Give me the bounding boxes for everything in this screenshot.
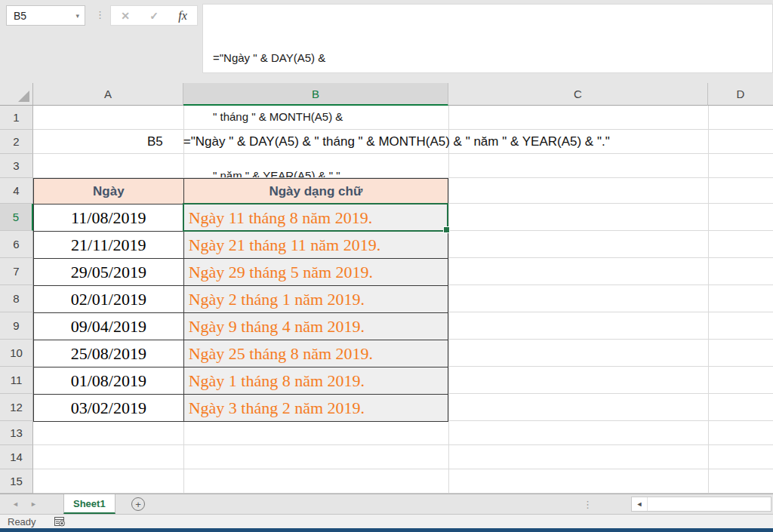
table-row: 01/08/2019 Ngày 1 tháng 8 năm 2019. [34, 367, 448, 395]
formula-buttons: ✕ ✓ fx [110, 5, 198, 26]
formula-input[interactable]: ="Ngày " & DAY(A5) & " tháng " & MONTH(A… [202, 4, 773, 73]
row-header-7[interactable]: 7 [0, 258, 33, 285]
add-sheet-button[interactable]: + [131, 497, 145, 511]
cell-a10[interactable]: 25/08/2019 [34, 340, 184, 367]
row-header-3[interactable]: 3 [0, 154, 33, 178]
table-row: 21/11/2019 Ngày 21 tháng 11 năm 2019. [34, 232, 448, 259]
status-bar: Ready [0, 514, 773, 528]
formula-line: ="Ngày " & DAY(A5) & [213, 48, 772, 68]
cell-b8[interactable]: Ngày 2 tháng 1 năm 2019. [184, 286, 448, 313]
table-row: 25/08/2019 Ngày 25 tháng 8 năm 2019. [34, 340, 448, 367]
status-text: Ready [8, 516, 36, 527]
window-bottom-edge [0, 528, 773, 532]
row-header-1[interactable]: 1 [0, 106, 33, 130]
table-row: 03/02/2019 Ngày 3 tháng 2 năm 2019. [34, 395, 448, 422]
sheet-nav-right-icon[interactable]: ► [30, 500, 37, 508]
formula-bar-divider-dots-icon: ⋮ [95, 10, 105, 20]
cell-b7[interactable]: Ngày 29 tháng 5 năm 2019. [184, 259, 448, 286]
horizontal-scrollbar[interactable]: ◄ [631, 497, 771, 512]
row-header-10[interactable]: 10 [0, 340, 33, 367]
cell-b11[interactable]: Ngày 1 tháng 8 năm 2019. [184, 367, 448, 395]
enter-icon[interactable]: ✓ [149, 10, 159, 22]
table-header-ngay-dang-chu[interactable]: Ngày dạng chữ [184, 179, 448, 204]
formula-line: " tháng " & MONTH(A5) & [213, 107, 772, 127]
chevron-down-icon[interactable]: ▾ [75, 12, 85, 20]
row-header-13[interactable]: 13 [0, 421, 33, 445]
cell-b9[interactable]: Ngày 9 tháng 4 năm 2019. [184, 313, 448, 340]
cell-a5[interactable]: 11/08/2019 [34, 204, 184, 232]
row-header-4[interactable]: 4 [0, 178, 33, 204]
formula-bar-chrome: B5 ▾ ⋮ ✕ ✓ fx ="Ngày " & DAY(A5) & " thá… [0, 0, 773, 83]
tabbar-divider-dots-icon: ⋮ [583, 500, 593, 509]
cell-a11[interactable]: 01/08/2019 [34, 367, 184, 395]
insert-function-icon[interactable]: fx [178, 9, 187, 23]
row-header-9[interactable]: 9 [0, 312, 33, 340]
cancel-icon[interactable]: ✕ [121, 10, 130, 22]
sheet-tab-bar: ◄ ► Sheet1 + ⋮ ◄ [0, 494, 773, 514]
table-header-row: Ngày Ngày dạng chữ [34, 179, 448, 204]
cell-a12[interactable]: 03/02/2019 [34, 395, 184, 422]
row-header-2[interactable]: 2 [0, 130, 33, 154]
cell-b5[interactable]: Ngày 11 tháng 8 năm 2019. [184, 204, 448, 232]
row-header-6[interactable]: 6 [0, 231, 33, 258]
cell-a6[interactable]: 21/11/2019 [34, 232, 184, 259]
name-box[interactable]: B5 ▾ [6, 5, 85, 26]
date-table: Ngày Ngày dạng chữ 11/08/2019 Ngày 11 th… [33, 178, 448, 422]
select-all-corner[interactable] [0, 83, 33, 106]
cell-b6[interactable]: Ngày 21 tháng 11 năm 2019. [184, 232, 448, 259]
table-row: 09/04/2019 Ngày 9 tháng 4 năm 2019. [34, 313, 448, 340]
cell-b12[interactable]: Ngày 3 tháng 2 năm 2019. [184, 395, 448, 422]
column-header-b[interactable]: B [183, 83, 448, 106]
formula-note-text: ="Ngày " & DAY(A5) & " tháng " & MONTH(A… [183, 134, 610, 149]
row-header-15[interactable]: 15 [0, 469, 33, 494]
table-header-ngay[interactable]: Ngày [34, 179, 184, 204]
scroll-left-icon[interactable]: ◄ [632, 497, 648, 511]
scrollbar-track[interactable] [648, 497, 771, 511]
name-box-value: B5 [7, 10, 75, 22]
table-row: 11/08/2019 Ngày 11 tháng 8 năm 2019. [34, 204, 448, 232]
column-header-c[interactable]: C [448, 83, 708, 106]
formula-note-cell-ref: B5 [147, 134, 163, 149]
cell-a7[interactable]: 29/05/2019 [34, 259, 184, 286]
row-header-14[interactable]: 14 [0, 445, 33, 469]
column-header-a[interactable]: A [33, 83, 183, 106]
cell-a8[interactable]: 02/01/2019 [34, 286, 184, 313]
row-headers: 1 2 3 4 5 6 7 8 9 10 11 12 13 14 15 [0, 106, 33, 494]
sheet-nav-left-icon[interactable]: ◄ [12, 500, 19, 508]
table-row: 02/01/2019 Ngày 2 tháng 1 năm 2019. [34, 286, 448, 313]
column-header-d[interactable]: D [708, 83, 773, 106]
row-header-12[interactable]: 12 [0, 394, 33, 421]
select-all-triangle-icon [18, 91, 29, 102]
cell-b10[interactable]: Ngày 25 tháng 8 năm 2019. [184, 340, 448, 367]
macro-record-icon[interactable] [54, 517, 66, 527]
tab-sheet1[interactable]: Sheet1 [63, 494, 115, 514]
table-row: 29/05/2019 Ngày 29 tháng 5 năm 2019. [34, 259, 448, 286]
row-header-11[interactable]: 11 [0, 367, 33, 394]
cell-a9[interactable]: 09/04/2019 [34, 313, 184, 340]
row-header-8[interactable]: 8 [0, 285, 33, 312]
row-header-5[interactable]: 5 [0, 204, 33, 231]
column-headers: A B C D [0, 83, 773, 106]
cell-b2-formula-note: B5 ="Ngày " & DAY(A5) & " tháng " & MONT… [147, 130, 610, 154]
